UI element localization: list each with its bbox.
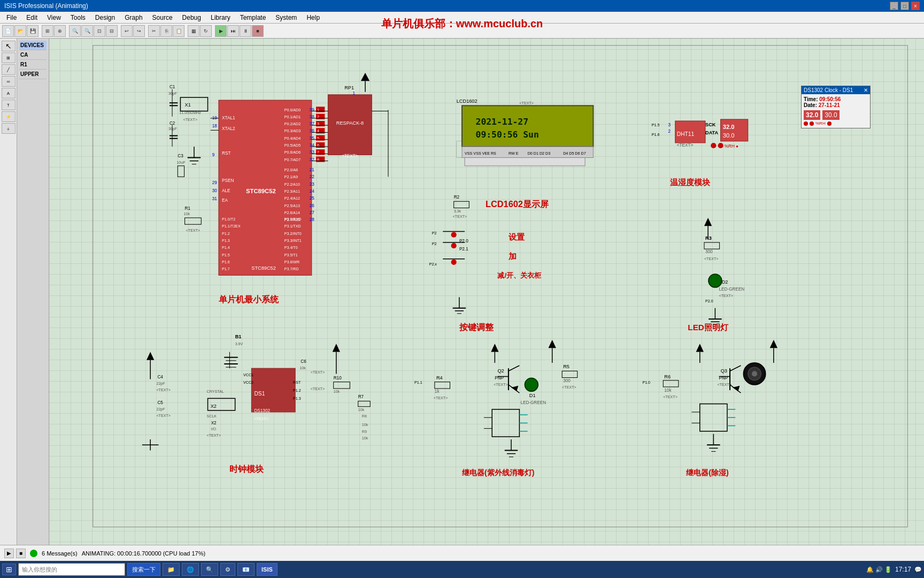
svg-text:ALE: ALE [222, 188, 230, 193]
search-input[interactable] [18, 563, 125, 576]
tb-save[interactable]: 💾 [27, 25, 38, 37]
close-button[interactable]: × [911, 2, 920, 10]
tool-ground[interactable]: ⏚ [2, 123, 16, 134]
taskbar-explorer[interactable]: 📁 [163, 563, 180, 576]
tb-zoomin[interactable]: 🔍 [69, 25, 81, 37]
taskbar-app2[interactable]: 📧 [237, 563, 255, 576]
tb-step[interactable]: ⏭ [227, 25, 239, 37]
tool-power[interactable]: ⚡ [2, 111, 16, 122]
ds1302-popup[interactable]: DS1302 Clock - DS1 ✕ Time: 09:50:56 Date… [801, 86, 871, 128]
notification-icon[interactable]: 💬 [914, 566, 922, 573]
svg-text:SCK: SCK [705, 122, 716, 127]
svg-text:29: 29 [212, 180, 218, 185]
svg-text:D4 D5 D6 D7: D4 D5 D6 D7 [563, 151, 586, 156]
svg-text:30pF: 30pF [168, 92, 178, 96]
svg-text:P2.7/A15: P2.7/A15 [284, 218, 300, 222]
tb-block[interactable]: ▦ [188, 25, 199, 37]
tb-open[interactable]: 📂 [14, 25, 26, 37]
minimize-button[interactable]: _ [890, 2, 898, 10]
menu-library[interactable]: Library [206, 13, 235, 22]
tb-undo[interactable]: ↩ [121, 25, 133, 37]
taskbar-search[interactable]: 🔍 [201, 563, 218, 576]
taskbar-app1[interactable]: ⚙ [220, 563, 235, 576]
menu-edit[interactable]: Edit [22, 13, 42, 22]
svg-rect-162 [462, 105, 593, 147]
svg-text:11.0592MHz: 11.0592MHz [179, 111, 201, 115]
tb-origin[interactable]: ⊕ [54, 25, 66, 37]
svg-marker-247 [511, 386, 518, 391]
tb-pause[interactable]: ⏸ [240, 25, 251, 37]
sidebar-item-devices[interactable]: DEVICES [19, 41, 47, 50]
svg-text:P0.1/AD1: P0.1/AD1 [284, 115, 301, 119]
stop-button[interactable]: ■ [16, 549, 26, 558]
menu-view[interactable]: View [43, 13, 65, 22]
svg-marker-278 [733, 386, 740, 391]
svg-text:继电器(除湿): 继电器(除湿) [686, 468, 729, 477]
menu-tools[interactable]: Tools [66, 13, 90, 22]
schematic-canvas[interactable]: STC89C52 STC89C52 XTAL1 XTAL2 RST PSEN A… [49, 39, 924, 545]
tb-cut[interactable]: ✂ [148, 25, 160, 37]
tool-component[interactable]: ⊞ [2, 52, 16, 63]
tb-zoomarea[interactable]: ⊟ [106, 25, 118, 37]
svg-text:LCD1602显示屏: LCD1602显示屏 [486, 199, 549, 209]
menu-debug[interactable]: Debug [178, 13, 205, 22]
play-button[interactable]: ▶ [4, 549, 14, 558]
svg-text:P3.1/TXD: P3.1/TXD [284, 224, 301, 229]
svg-text:减/开、关衣柜: 减/开、关衣柜 [497, 271, 542, 279]
svg-point-207 [711, 143, 716, 148]
tool-select[interactable]: ↖ [2, 41, 16, 51]
svg-rect-52 [316, 121, 325, 126]
menu-graph[interactable]: Graph [120, 13, 147, 22]
svg-text:300: 300 [563, 378, 571, 383]
svg-text:<TEXT>: <TEXT> [717, 383, 732, 387]
menu-design[interactable]: Design [91, 13, 119, 22]
menu-help[interactable]: Help [302, 13, 324, 22]
tool-text[interactable]: T [2, 100, 16, 110]
tb-rotate[interactable]: ↻ [200, 25, 212, 37]
tb-run[interactable]: ▶ [215, 25, 227, 37]
tb-zoomfit[interactable]: ⊡ [94, 25, 105, 37]
menu-system[interactable]: System [271, 13, 301, 22]
tool-wire[interactable]: ╱ [2, 64, 16, 75]
tb-grid[interactable]: ⊞ [42, 25, 53, 37]
taskbar-isis[interactable]: ISIS [257, 563, 278, 576]
tb-stop[interactable]: ■ [252, 25, 264, 37]
svg-text:300: 300 [705, 249, 713, 254]
svg-text:P1.1: P1.1 [414, 381, 422, 385]
svg-text:P2: P2 [432, 231, 437, 235]
sidebar-item-r1[interactable]: R1 [19, 60, 47, 70]
dht11-readings: 32.0 30.0 [804, 110, 868, 120]
tb-zoomout[interactable]: 🔍 [81, 25, 93, 37]
svg-text:P1.7: P1.7 [222, 267, 230, 271]
tb-copy[interactable]: ⎘ [160, 25, 172, 37]
svg-text:10k: 10k [362, 423, 368, 427]
search-button[interactable]: 搜索一下 [127, 563, 160, 576]
tb-paste[interactable]: 📋 [173, 25, 184, 37]
sidebar-item-ca[interactable]: CA [19, 50, 47, 60]
menu-source[interactable]: Source [148, 13, 177, 22]
svg-text:32: 32 [310, 157, 315, 162]
svg-text:VCC2: VCC2 [243, 381, 253, 385]
popup-close-button[interactable]: ✕ [864, 87, 868, 93]
titlebar: ISIS Professional (Animating) _ □ × [0, 0, 924, 12]
tb-new[interactable]: 📄 [2, 25, 14, 37]
taskbar-time: 17:17 [895, 566, 911, 573]
svg-text:10uF: 10uF [176, 161, 186, 165]
svg-text:2021-11-27: 2021-11-27 [476, 117, 529, 127]
maximize-button[interactable]: □ [900, 2, 909, 10]
svg-text:P0.2/AD2: P0.2/AD2 [284, 122, 301, 126]
svg-rect-161 [457, 141, 566, 158]
tool-bus[interactable]: ═ [2, 76, 16, 87]
svg-marker-262 [696, 344, 704, 352]
svg-rect-267 [663, 381, 679, 387]
sidebar-item-upper[interactable]: UPPER [19, 70, 47, 79]
taskbar-edge[interactable]: 🌐 [182, 563, 199, 576]
svg-text:Q3: Q3 [721, 368, 727, 374]
start-button[interactable]: ⊞ [2, 564, 16, 575]
menu-file[interactable]: File [2, 13, 21, 22]
svg-text:P1.2: P1.2 [293, 389, 301, 393]
menu-template[interactable]: Template [236, 13, 271, 22]
tb-redo[interactable]: ↪ [133, 25, 145, 37]
svg-text:C5: C5 [157, 400, 163, 405]
tool-label[interactable]: A [2, 88, 16, 98]
